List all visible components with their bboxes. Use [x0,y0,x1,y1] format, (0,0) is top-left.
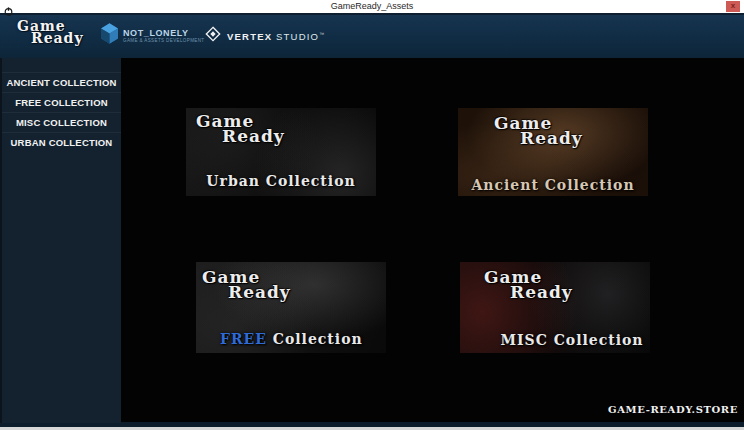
store-url-label: GAME-READY.STORE [608,404,738,415]
thumb-logo: Game Ready [196,262,386,300]
gameready-logo-line2: Ready [31,32,84,44]
notlonely-subtitle: GAME & ASSETS DEVELOPMENT [123,38,205,43]
vertex-name: VERTEX [227,31,272,42]
app-window: GameReady_Assets x Game Ready NOT_LONELY… [0,0,744,430]
thumb-logo-line2: Ready [222,129,376,144]
sidebar-item-ancient-collection[interactable]: ANCIENT COLLECTION [2,72,121,92]
titlebar: GameReady_Assets x [0,0,744,13]
notlonely-logo[interactable]: NOT_LONELY GAME & ASSETS DEVELOPMENT [101,23,205,48]
notlonely-polygon-icon [101,23,118,48]
thumb-title: Urban Collection [186,173,376,189]
sidebar-items: ANCIENT COLLECTION FREE COLLECTION MISC … [2,72,121,152]
thumb-title: MISC Collection [460,332,650,348]
thumbnail-urban-collection[interactable]: Game Ready Urban Collection [186,108,376,196]
vertex-text: VERTEX STUDIO™ [227,31,325,42]
thumb-title: Ancient Collection [458,177,648,193]
sidebar-item-free-collection[interactable]: FREE COLLECTION [2,92,121,112]
close-button[interactable]: x [726,1,740,12]
sidebar-item-urban-collection[interactable]: URBAN COLLECTION [2,132,121,152]
gallery: Game Ready Urban Collection Game Ready A… [121,58,744,423]
header: Game Ready NOT_LONELY GAME & ASSETS DEVE… [0,13,744,58]
thumb-logo-line2: Ready [228,285,386,300]
thumb-logo-line2: Ready [510,285,650,300]
thumbnail-ancient-collection[interactable]: Game Ready Ancient Collection [458,108,648,196]
notlonely-name: NOT_LONELY [123,28,205,38]
vertex-studio-word: STUDIO [276,31,319,42]
vertex-studio-logo[interactable]: VERTEX STUDIO™ [205,26,325,46]
vertex-tm: ™ [319,31,325,37]
thumb-logo: Game Ready [458,108,648,146]
notlonely-text: NOT_LONELY GAME & ASSETS DEVELOPMENT [123,28,205,43]
sidebar-item-misc-collection[interactable]: MISC COLLECTION [2,112,121,132]
thumbnail-free-collection[interactable]: Game Ready FREE Collection [196,262,386,353]
thumb-logo-line2: Ready [520,131,648,146]
gameready-logo: Game Ready [17,20,84,44]
thumbnail-misc-collection[interactable]: Game Ready MISC Collection [460,262,650,353]
thumb-title: FREE Collection [196,331,386,347]
thumb-logo: Game Ready [460,262,650,300]
vertex-diamond-icon [205,26,221,46]
sidebar: ANCIENT COLLECTION FREE COLLECTION MISC … [0,58,121,423]
thumb-logo: Game Ready [186,108,376,144]
window-title: GameReady_Assets [0,1,744,11]
